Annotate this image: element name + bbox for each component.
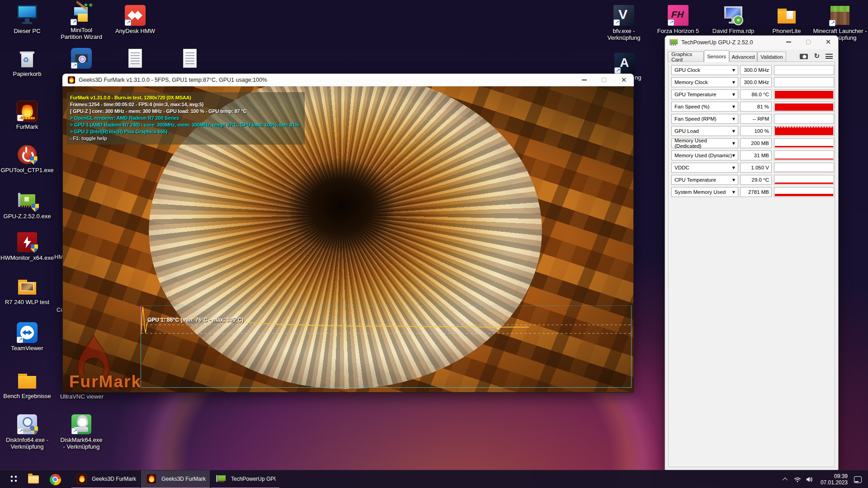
sensor-graph xyxy=(774,65,834,75)
sensor-dropdown[interactable]: Memory Used (Dynamic)▼ xyxy=(671,150,738,160)
sensor-graph xyxy=(774,150,834,160)
sensor-dropdown[interactable]: CPU Temperature▼ xyxy=(671,175,738,185)
desktop-icon-label: DiskMark64.exe - Verknüpfung xyxy=(60,436,103,450)
text-document-icon xyxy=(124,47,146,69)
start-button[interactable] xyxy=(3,470,23,488)
taskbar-button-gpuz[interactable]: TechPowerUp GPU-... xyxy=(211,470,279,488)
sensor-row: Memory Used (Dedicated)▼ 200 MB xyxy=(669,138,835,149)
tab-sensors[interactable]: Sensors xyxy=(704,50,729,62)
desktop-icon-minitool[interactable]: MiniTool Partition Wizard xyxy=(60,4,103,40)
osd-line: [ GPU-Z ] core: 300 MHz - mem: 300 MHz -… xyxy=(70,108,299,115)
maximize-button[interactable] xyxy=(798,36,818,48)
desktop-icon-papierkorb[interactable]: Papierkorb xyxy=(0,47,54,77)
desktop-icon-phonerlite[interactable]: PhonerLite xyxy=(760,5,814,34)
taskbar-button-furmark-settings[interactable]: Geeks3D FurMark 1... xyxy=(71,470,140,488)
desktop-icon-diskinfo[interactable]: DiskInfo64.exe - Verknüpfung xyxy=(0,413,54,450)
desktop-icon-label: TeamViewer xyxy=(11,345,43,352)
refresh-icon[interactable]: ↻ xyxy=(814,53,820,60)
sensor-dropdown[interactable]: Memory Used (Dedicated)▼ xyxy=(671,138,738,148)
window-controls: ✕ xyxy=(778,36,838,48)
desktop-icon-label: Dieser PC xyxy=(14,28,40,34)
osd-line: > GPU 2 (Intel(R) Iris(R) Plus Graphics … xyxy=(70,128,299,135)
network-button[interactable] xyxy=(792,470,803,488)
tray-overflow-button[interactable] xyxy=(780,470,792,488)
uac-shield-icon xyxy=(32,204,39,212)
folder-icon xyxy=(28,475,39,483)
minimize-button[interactable] xyxy=(574,74,594,86)
sensor-dropdown[interactable]: Memory Clock▼ xyxy=(671,77,738,87)
desktop-icon-label-ultravnc[interactable]: UltraVNC viewer xyxy=(57,393,107,400)
shortcut-arrow-icon xyxy=(71,428,78,434)
sensor-dropdown[interactable]: Fan Speed (RPM)▼ xyxy=(671,114,738,124)
maximize-button[interactable] xyxy=(594,74,614,86)
sensor-value: 81 % xyxy=(740,102,772,112)
furmark-titlebar[interactable]: Geeks3D FurMark v1.31.0.0 - 5FPS, GPU1 t… xyxy=(62,74,634,86)
volume-button[interactable] xyxy=(803,470,815,488)
file-explorer-button[interactable] xyxy=(24,470,43,488)
chevron-down-icon: ▼ xyxy=(732,141,735,145)
computer-icon xyxy=(16,5,38,26)
clock-time: 09:39 xyxy=(815,473,848,479)
shortcut-arrow-icon xyxy=(668,19,674,26)
sensor-dropdown[interactable]: System Memory Used▼ xyxy=(671,187,738,197)
desktop-icon-label: Bench Ergebnisse xyxy=(3,393,51,399)
desktop-icon-gpuz[interactable]: GPU-Z.2.52.0.exe xyxy=(0,190,54,220)
gpuz-titlebar[interactable]: TechPowerUp GPU-Z 2.52.0 ✕ xyxy=(665,36,838,49)
desktop-icon-gputool[interactable]: GPUTool_CTP1.exe xyxy=(0,144,54,174)
desktop-icon-document2[interactable] xyxy=(168,47,212,69)
desktop-icon-label: AnyDesk HMW xyxy=(115,28,155,34)
partial-icon-label: Co xyxy=(57,306,63,313)
desktop-icon-r7-240-wlp-test[interactable]: R7 240 WLP test xyxy=(0,276,54,305)
screenshot-camera-icon[interactable] xyxy=(800,54,808,59)
tab-graphics-card[interactable]: Graphics Card xyxy=(668,52,704,61)
sensor-row: Memory Used (Dynamic)▼ 31 MB xyxy=(669,150,835,161)
tab-advanced[interactable]: Advanced xyxy=(729,52,757,61)
partial-icon-label: HM xyxy=(54,253,62,260)
taskbar-button-furmark-test[interactable]: Geeks3D FurMark v... xyxy=(141,470,210,488)
sensor-dropdown[interactable]: VDDC▼ xyxy=(671,163,738,173)
desktop-icon-bench-ergebnisse[interactable]: Bench Ergebnisse xyxy=(0,370,54,399)
desktop-icon-rdp[interactable]: David Firma.rdp xyxy=(706,5,760,34)
desktop-icon-furmark[interactable]: FurMark xyxy=(0,100,54,130)
sensor-dropdown[interactable]: Fan Speed (%)▼ xyxy=(671,102,738,112)
tab-validation[interactable]: Validation xyxy=(757,52,786,61)
chevron-down-icon: ▼ xyxy=(732,166,735,170)
desktop-icon-dieser-pc[interactable]: Dieser PC xyxy=(0,5,54,34)
close-button[interactable]: ✕ xyxy=(818,36,838,48)
desktop-icon-document1[interactable] xyxy=(113,47,157,69)
chrome-button[interactable] xyxy=(45,470,65,488)
chevron-down-icon: ▼ xyxy=(732,190,735,194)
minecraft-grass-block-icon xyxy=(829,5,851,26)
taskbar-button-label: TechPowerUp GPU-... xyxy=(231,476,276,482)
desktop-icon-hwmonitor[interactable]: HWMonitor_x64.exe xyxy=(0,231,54,261)
minimize-button[interactable] xyxy=(778,36,798,48)
sensor-graph xyxy=(774,102,834,112)
desktop-icon-label: FurMark xyxy=(16,123,38,130)
menu-hamburger-icon[interactable] xyxy=(826,54,833,59)
sensor-dropdown[interactable]: GPU Clock▼ xyxy=(671,65,738,75)
sensor-name: CPU Temperature xyxy=(675,177,716,183)
osd-line: > GPU 1 (AMD Radeon R7 240) - core: 300M… xyxy=(70,122,299,128)
furmark-watermark: FurMark xyxy=(66,333,184,392)
desktop-icon-a-app[interactable] xyxy=(603,52,646,74)
sensor-graph xyxy=(774,114,834,124)
gpu-board-icon xyxy=(16,190,38,211)
osd-line: > OpenGL renderer: AMD Radeon R7 200 Ser… xyxy=(70,115,299,122)
desktop-icon-diskmark[interactable]: DiskMark64.exe - Verknüpfung xyxy=(60,413,103,450)
action-center-button[interactable] xyxy=(854,476,862,483)
chevron-up-icon xyxy=(783,478,788,483)
close-button[interactable]: ✕ xyxy=(614,74,634,86)
a-letter-icon xyxy=(614,53,635,74)
desktop-icon-bfv[interactable]: bfv.exe - Verknüpfung xyxy=(597,5,651,41)
desktop-icon-anydesk[interactable]: AnyDesk HMW xyxy=(113,5,157,34)
sensor-value: 1.050 V xyxy=(740,163,772,173)
sensor-dropdown[interactable]: GPU Temperature▼ xyxy=(671,89,738,99)
sensor-name: Memory Used (Dedicated) xyxy=(675,138,732,149)
minimize-icon xyxy=(582,80,587,80)
desktop-icon-camera-app[interactable] xyxy=(60,47,103,69)
desktop-icon-teamviewer[interactable]: TeamViewer xyxy=(0,322,54,352)
desktop-icon-forza[interactable]: Forza Horizon 5 xyxy=(651,5,705,34)
furmark-osd-panel: FurMark v1.31.0.0 - Burn-in test, 1280x7… xyxy=(66,92,305,145)
taskbar-clock[interactable]: 09:39 07.01.2023 xyxy=(815,473,849,486)
sensor-dropdown[interactable]: GPU Load▼ xyxy=(671,126,738,136)
